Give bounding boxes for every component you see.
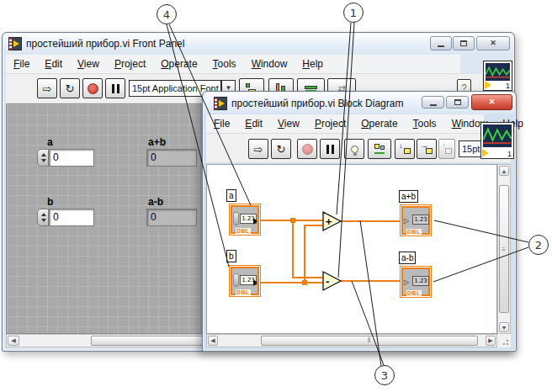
menu-item-tools[interactable]: Tools (406, 114, 444, 133)
wire-b-branch[interactable] (305, 225, 324, 283)
minimize-button[interactable] (430, 36, 452, 50)
highlight-execution-button[interactable] (344, 139, 364, 159)
step-into-button[interactable]: ↓ (395, 139, 415, 159)
wire-layer: + - (207, 165, 498, 335)
waveform-icon (486, 63, 510, 81)
close-icon: ✕ (489, 98, 496, 106)
lightbulb-icon (351, 146, 358, 153)
run-continuously-button[interactable]: ↻ (271, 139, 291, 159)
terminal-b-label[interactable]: b (226, 250, 236, 262)
menu-item-project[interactable]: Project (307, 114, 353, 133)
labview-vi-icon[interactable]: 1 (483, 61, 512, 91)
terminal-b[interactable]: 1.23 DBL (229, 265, 261, 297)
dbl-type-tag: DBL (236, 289, 251, 295)
callout-1: 1 (343, 3, 364, 23)
abort-button[interactable] (297, 139, 317, 159)
pause-button[interactable] (320, 139, 340, 159)
minimize-icon (438, 45, 444, 47)
terminal-a-minus-b-value: 1.23 (412, 276, 429, 286)
add-op-glyph: + (325, 216, 332, 227)
retain-wire-values-icon (374, 144, 385, 154)
scroll-right-button[interactable]: ▶ (486, 336, 496, 346)
pause-icon (326, 145, 334, 154)
indicator-a-minus-b-value: 0 (146, 209, 197, 226)
vi-arrow-icon (485, 81, 491, 89)
labview-vi-icon[interactable]: 1 (480, 122, 514, 159)
close-button[interactable]: ✕ (471, 94, 512, 110)
menu-item-help[interactable]: Help (295, 55, 331, 73)
indicator-a-plus-b-label: a+b (148, 136, 166, 148)
step-out-button[interactable]: ↑ (438, 139, 455, 159)
control-a-label[interactable]: a (47, 136, 53, 148)
abort-icon (302, 144, 313, 155)
callout-3: 3 (374, 365, 395, 385)
terminal-a-minus-b[interactable]: ▷ 1.23 DBL (400, 266, 432, 298)
abort-icon (88, 83, 98, 94)
terminal-a-label[interactable]: a (226, 189, 236, 202)
maximize-button[interactable] (453, 36, 475, 50)
run-continuously-button[interactable]: ↻ (60, 78, 80, 98)
bd-hscroll-thumb[interactable]: ⦀ (261, 336, 478, 346)
wires[interactable] (261, 220, 401, 283)
menu-item-edit[interactable]: Edit (37, 55, 70, 73)
resize-grip[interactable] (497, 334, 511, 347)
block-diagram-title: простейший прибор.vi Block Diagram (231, 98, 403, 109)
vi-arrow-icon (482, 149, 489, 157)
maximize-button[interactable] (446, 96, 469, 109)
bd-vertical-scrollbar[interactable]: ▲ ≡ ▼ (497, 164, 511, 334)
terminal-a-plus-b[interactable]: ▷ 1.23 DBL (400, 204, 432, 236)
menu-item-tools[interactable]: Tools (205, 55, 244, 73)
terminal-a-minus-b-label[interactable]: a-b (399, 252, 416, 264)
vi-badge: 1 (506, 82, 510, 90)
callout-2: 2 (528, 235, 549, 255)
retain-wire-values-button[interactable] (368, 139, 391, 159)
block-diagram-menubar: FileEditViewProjectOperateToolsWindowHel… (206, 114, 484, 134)
maximize-icon (460, 40, 467, 46)
menu-item-file[interactable]: File (206, 114, 237, 133)
abort-button[interactable] (82, 78, 103, 98)
bd-vscroll-thumb[interactable]: ≡ (499, 185, 509, 313)
subtract-op-glyph: - (326, 276, 330, 287)
scroll-left-button[interactable]: ◀ (8, 336, 19, 346)
increment-decrement-icon (233, 212, 239, 225)
wire-a-branch[interactable] (293, 220, 324, 278)
terminal-a[interactable]: 1.23 DBL (229, 204, 261, 236)
block-diagram-titlebar[interactable]: простейший прибор.vi Block Diagram ✕ (204, 93, 515, 114)
menu-item-operate[interactable]: Operate (153, 55, 204, 73)
scroll-down-button[interactable]: ▼ (499, 322, 509, 332)
control-b-increment-decrement[interactable] (37, 209, 49, 226)
close-button[interactable]: ✕ (476, 36, 510, 50)
pause-button[interactable] (105, 78, 125, 98)
minimize-button[interactable] (422, 96, 444, 109)
wire-junction-a (290, 218, 295, 223)
close-icon: ✕ (490, 40, 496, 47)
dbl-type-tag: DBL (406, 290, 422, 296)
menu-item-edit[interactable]: Edit (237, 114, 270, 133)
bd-horizontal-scrollbar[interactable]: ◀ ⦀ ▶ (206, 334, 497, 347)
dbl-type-tag: DBL (406, 229, 422, 235)
terminal-a-plus-b-value: 1.23 (412, 215, 429, 225)
step-over-icon: → (421, 144, 433, 154)
menu-item-file[interactable]: File (6, 55, 37, 73)
indicator-a-minus-b-label: a-b (148, 196, 163, 208)
block-diagram-window: простейший прибор.vi Block Diagram ✕ Fil… (202, 91, 517, 352)
menu-item-project[interactable]: Project (107, 55, 153, 73)
menu-item-view[interactable]: View (270, 114, 307, 133)
control-b-label[interactable]: b (47, 196, 53, 208)
scroll-up-button[interactable]: ▲ (499, 166, 509, 176)
front-panel-titlebar[interactable]: простейший прибор.vi Front Panel ✕ (3, 34, 513, 54)
control-b-input[interactable]: 0 (49, 209, 94, 226)
block-diagram-canvas[interactable]: + - a 1.23 DBL b 1.23 DBL a+b ▷ (206, 164, 497, 334)
run-button[interactable]: ⇨ (248, 139, 268, 159)
scroll-left-button[interactable]: ◀ (208, 336, 218, 346)
increment-decrement-icon (233, 273, 239, 287)
vi-badge: 1 (507, 150, 512, 158)
menu-item-view[interactable]: View (70, 55, 107, 73)
control-a-increment-decrement[interactable] (37, 149, 49, 167)
control-a-input[interactable]: 0 (49, 149, 94, 167)
terminal-a-plus-b-label[interactable]: a+b (399, 190, 418, 203)
menu-item-window[interactable]: Window (244, 55, 295, 73)
step-over-button[interactable]: → (417, 139, 437, 159)
menu-item-operate[interactable]: Operate (353, 114, 405, 133)
run-button[interactable]: ⇨ (37, 78, 57, 98)
